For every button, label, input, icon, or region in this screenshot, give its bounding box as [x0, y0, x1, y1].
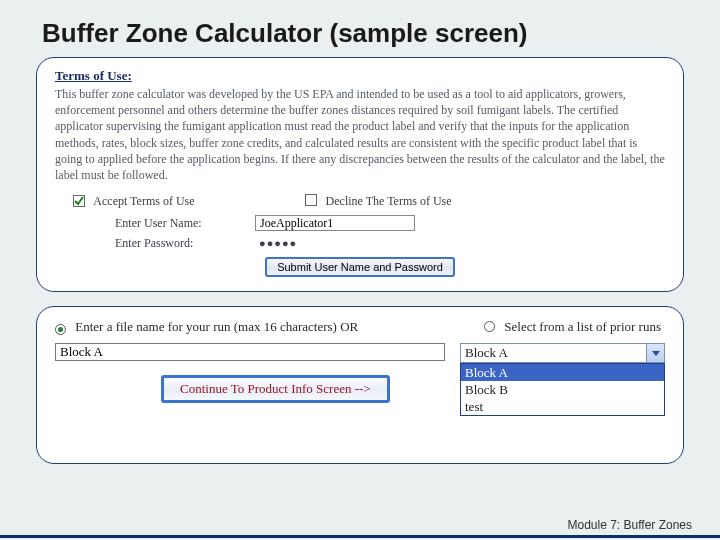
username-row: Enter User Name: [115, 215, 665, 231]
accept-terms-checkbox[interactable] [73, 195, 85, 207]
combo-item[interactable]: Block A [461, 364, 664, 381]
radio-dot-icon [58, 327, 63, 332]
run-mode-row: Enter a file name for your run (max 16 c… [55, 319, 661, 335]
run-panel: Enter a file name for your run (max 16 c… [36, 306, 684, 464]
terms-heading: Terms of Use: [55, 68, 665, 84]
enter-filename-radio[interactable] [55, 324, 66, 335]
submit-row: Submit User Name and Password [55, 257, 665, 277]
accept-terms-label: Accept Terms of Use [93, 194, 194, 208]
terms-login-panel: Terms of Use: This buffer zone calculato… [36, 57, 684, 292]
accept-terms-option[interactable]: Accept Terms of Use [73, 194, 195, 209]
chevron-down-icon [652, 351, 660, 356]
slide: Buffer Zone Calculator (sample screen) T… [0, 0, 720, 540]
checkmark-icon [74, 196, 84, 206]
footer-rule [0, 535, 720, 538]
decline-terms-label: Decline The Terms of Use [326, 194, 452, 208]
select-prior-option[interactable]: Select from a list of prior runs [484, 319, 661, 335]
svg-marker-0 [652, 351, 660, 356]
prior-runs-combobox[interactable]: Block A [460, 343, 665, 363]
prior-runs-combo[interactable]: Block A Block A Block B test [460, 343, 665, 363]
enter-filename-label: Enter a file name for your run (max 16 c… [75, 319, 358, 334]
username-input[interactable] [255, 215, 415, 231]
decline-terms-checkbox[interactable] [305, 194, 317, 206]
decline-terms-option[interactable]: Decline The Terms of Use [305, 193, 452, 209]
footer-text: Module 7: Buffer Zones [567, 518, 692, 532]
combo-item[interactable]: test [461, 398, 664, 415]
submit-button[interactable]: Submit User Name and Password [265, 257, 455, 277]
password-label: Enter Password: [115, 236, 255, 251]
terms-body: This buffer zone calculator was develope… [55, 86, 665, 183]
file-row: Block A Block A Block B test [55, 343, 665, 363]
continue-button[interactable]: Continue To Product Info Screen --> [161, 375, 390, 403]
password-input[interactable]: ●●●●● [255, 235, 415, 251]
combo-item[interactable]: Block B [461, 381, 664, 398]
combo-arrow-button[interactable] [646, 344, 664, 362]
select-prior-label: Select from a list of prior runs [504, 319, 661, 334]
filename-input[interactable] [55, 343, 445, 361]
select-prior-radio[interactable] [484, 321, 495, 332]
enter-filename-option[interactable]: Enter a file name for your run (max 16 c… [55, 319, 358, 335]
prior-runs-dropdown[interactable]: Block A Block B test [460, 363, 665, 416]
username-label: Enter User Name: [115, 216, 255, 231]
terms-checkbox-row: Accept Terms of Use Decline The Terms of… [73, 193, 665, 209]
password-row: Enter Password: ●●●●● [115, 235, 665, 251]
combo-selected-value: Block A [465, 345, 508, 361]
page-title: Buffer Zone Calculator (sample screen) [42, 18, 684, 49]
